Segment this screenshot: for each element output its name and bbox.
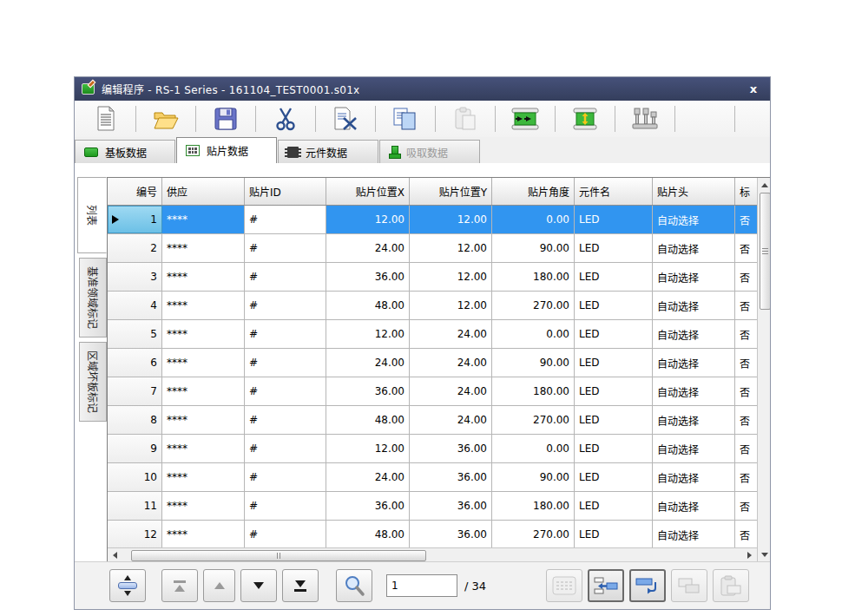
cell-id[interactable]: # <box>245 492 326 520</box>
row-header[interactable]: 9 <box>108 435 162 462</box>
cell-head[interactable]: 自动选择 <box>653 435 735 462</box>
cell-supply[interactable]: **** <box>162 492 245 520</box>
row-header[interactable]: 5 <box>108 320 162 348</box>
cell-supply[interactable]: **** <box>162 234 245 262</box>
go-previous-row-button[interactable] <box>203 569 235 602</box>
table-row[interactable]: 5****#12.0024.000.00LED自动选择否 <box>108 320 757 349</box>
row-header[interactable]: 3 <box>108 263 162 291</box>
column-header[interactable]: 元件名 <box>575 178 653 205</box>
table-row[interactable]: 2****#24.0012.0090.00LED自动选择否 <box>108 234 757 263</box>
cell-head[interactable]: 自动选择 <box>653 292 735 319</box>
cell-id[interactable]: # <box>245 263 326 291</box>
cell-mark[interactable]: 否 <box>735 406 757 434</box>
horizontal-scroll-thumb[interactable] <box>131 550 426 561</box>
new-document-button[interactable] <box>87 103 125 134</box>
cell-mark[interactable]: 否 <box>735 349 757 377</box>
cell-id[interactable]: # <box>245 292 326 319</box>
cell-x[interactable]: 36.00 <box>326 377 410 405</box>
paste-rows-button[interactable] <box>713 569 749 602</box>
cell-angle[interactable]: 90.00 <box>492 349 575 377</box>
cell-supply[interactable]: **** <box>162 377 245 405</box>
cell-x[interactable]: 48.00 <box>326 406 410 434</box>
cell-angle[interactable]: 270.00 <box>492 292 575 319</box>
cut-button[interactable] <box>266 103 305 134</box>
cell-id[interactable]: # <box>245 320 326 348</box>
table-row[interactable]: 1****#12.0012.000.00LED自动选择否 <box>108 206 757 234</box>
tab-pickup-data[interactable]: 吸取数据 <box>379 140 480 163</box>
insert-row-button[interactable] <box>588 569 624 602</box>
cell-angle[interactable]: 0.00 <box>492 435 575 462</box>
side-tab-list[interactable]: 列表 <box>77 177 107 253</box>
cell-part[interactable]: LED <box>575 463 653 491</box>
cell-part[interactable]: LED <box>575 492 653 520</box>
cell-angle[interactable]: 90.00 <box>492 234 575 262</box>
cell-part[interactable]: LED <box>575 435 653 462</box>
row-header[interactable]: 12 <box>108 521 162 547</box>
cell-part[interactable]: LED <box>575 263 653 291</box>
close-button[interactable]: x <box>744 82 763 95</box>
delete-button[interactable] <box>326 103 365 134</box>
cell-part[interactable]: LED <box>575 521 653 547</box>
tab-board-data[interactable]: 基板数据 <box>75 140 175 163</box>
cell-part[interactable]: LED <box>575 206 653 233</box>
column-header[interactable]: 贴片位置Y <box>410 178 492 205</box>
title-bar[interactable]: 编辑程序 - RS-1 Series - 161104_TEST0001.s01… <box>75 77 770 101</box>
column-header[interactable]: 编号 <box>108 178 162 205</box>
cell-part[interactable]: LED <box>575 292 653 319</box>
row-header[interactable]: 7 <box>108 377 162 405</box>
row-header[interactable]: 4 <box>108 292 162 319</box>
cell-x[interactable]: 36.00 <box>326 263 410 291</box>
column-header[interactable]: 标 <box>735 178 757 205</box>
cell-mark[interactable]: 否 <box>735 521 757 547</box>
cell-head[interactable]: 自动选择 <box>653 492 735 520</box>
cell-id[interactable]: # <box>245 377 326 405</box>
cell-head[interactable]: 自动选择 <box>653 349 735 377</box>
cell-angle[interactable]: 90.00 <box>492 463 575 491</box>
cell-supply[interactable]: **** <box>162 206 245 233</box>
cell-y[interactable]: 36.00 <box>410 492 492 520</box>
table-row[interactable]: 3****#36.0012.00180.00LED自动选择否 <box>108 263 757 292</box>
row-header[interactable]: 11 <box>108 492 162 520</box>
table-row[interactable]: 8****#48.0024.00270.00LED自动选择否 <box>108 406 757 435</box>
cell-id[interactable]: # <box>245 406 326 434</box>
cell-supply[interactable]: **** <box>162 349 245 377</box>
go-last-row-button[interactable] <box>282 569 319 602</box>
cell-x[interactable]: 36.00 <box>326 492 410 520</box>
cell-x[interactable]: 24.00 <box>326 463 410 491</box>
board-transport-button[interactable] <box>506 103 544 134</box>
cell-mark[interactable]: 否 <box>735 377 757 405</box>
cell-id[interactable]: # <box>245 206 326 233</box>
cell-y[interactable]: 24.00 <box>410 377 492 405</box>
save-button[interactable] <box>207 103 245 134</box>
board-width-button[interactable] <box>566 103 604 134</box>
cell-y[interactable]: 12.00 <box>410 234 492 262</box>
cell-mark[interactable]: 否 <box>735 463 757 491</box>
cell-x[interactable]: 24.00 <box>326 349 410 377</box>
cell-mark[interactable]: 否 <box>735 234 757 262</box>
cell-supply[interactable]: **** <box>162 263 245 291</box>
cell-y[interactable]: 36.00 <box>410 521 492 547</box>
cell-supply[interactable]: **** <box>162 463 245 491</box>
cell-y[interactable]: 24.00 <box>410 349 492 377</box>
row-header[interactable]: 6 <box>108 349 162 377</box>
insert-return-button[interactable] <box>629 569 666 602</box>
cell-head[interactable]: 自动选择 <box>653 320 735 348</box>
cell-head[interactable]: 自动选择 <box>653 234 735 262</box>
go-first-row-button[interactable] <box>161 569 198 602</box>
row-height-button[interactable] <box>109 569 146 602</box>
cell-head[interactable]: 自动选择 <box>653 521 735 547</box>
copy-rows-button[interactable] <box>671 569 707 602</box>
side-tab-fiducial-mark[interactable]: 基准领域标记 <box>79 258 107 337</box>
cell-head[interactable]: 自动选择 <box>653 406 735 434</box>
cell-angle[interactable]: 180.00 <box>492 377 575 405</box>
cell-angle[interactable]: 270.00 <box>492 521 575 547</box>
table-row[interactable]: 9****#12.0036.000.00LED自动选择否 <box>108 435 757 463</box>
cell-part[interactable]: LED <box>575 320 653 348</box>
cell-part[interactable]: LED <box>575 406 653 434</box>
cell-mark[interactable]: 否 <box>735 492 757 520</box>
column-header[interactable]: 贴片ID <box>245 178 326 205</box>
column-header[interactable]: 贴片头 <box>653 178 735 205</box>
cell-angle[interactable]: 270.00 <box>492 406 575 434</box>
cell-head[interactable]: 自动选择 <box>653 263 735 291</box>
cell-y[interactable]: 12.00 <box>410 206 492 233</box>
